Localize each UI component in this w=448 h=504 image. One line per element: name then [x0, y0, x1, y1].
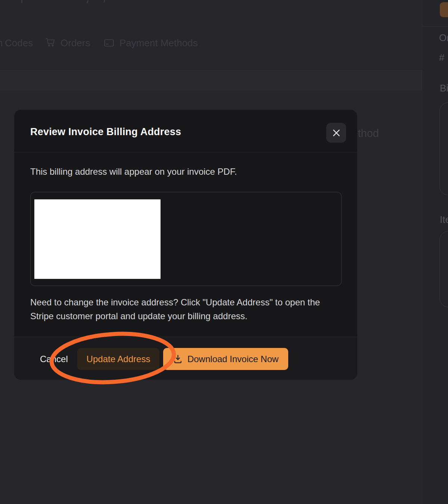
billing-label-fragment: Bil: [440, 83, 448, 94]
billing-card-fragment: [439, 102, 448, 195]
download-invoice-button[interactable]: Download Invoice Now: [163, 348, 288, 370]
right-panel: Or # Bil Ite: [422, 0, 448, 504]
items-label-fragment: Ite: [440, 214, 448, 225]
clipped-heading-fragment: [103, 0, 105, 3]
page-root: { "background": { "clipped_tab_prefix": …: [0, 0, 448, 504]
billing-address-preview-box: [30, 192, 342, 286]
dialog-footer: Cancel Update Address Download Invoice N…: [14, 337, 357, 380]
tab-fragment: n: [0, 37, 3, 49]
order-number-fragment: #: [439, 52, 444, 63]
tab-payment-methods[interactable]: Payment Methods: [119, 37, 198, 49]
cancel-button[interactable]: Cancel: [36, 348, 72, 370]
download-icon: [173, 354, 183, 364]
dialog-intro-text: This billing address will appear on your…: [30, 167, 237, 177]
background-divider-band: [0, 70, 422, 90]
review-invoice-billing-address-dialog: Review Invoice Billing Address This bill…: [14, 110, 357, 380]
items-card-fragment: [439, 231, 448, 307]
right-panel-divider: [422, 26, 448, 27]
clipped-heading-fragment: [87, 0, 89, 3]
download-button-label: Download Invoice Now: [187, 354, 279, 364]
dialog-header: Review Invoice Billing Address: [14, 110, 357, 152]
tab-codes[interactable]: Codes: [5, 37, 33, 49]
dialog-title: Review Invoice Billing Address: [30, 126, 181, 138]
order-label-fragment: Or: [439, 32, 448, 44]
clipped-heading-fragment: [21, 0, 22, 3]
credit-card-icon: [103, 37, 115, 49]
close-icon: [332, 128, 341, 138]
dialog-note-text: Need to change the invoice address? Clic…: [30, 295, 344, 323]
clipped-button-fragment: [440, 2, 448, 17]
tab-orders[interactable]: Orders: [60, 37, 90, 49]
redacted-address-block: [34, 199, 161, 279]
update-address-button[interactable]: Update Address: [77, 348, 159, 370]
close-button[interactable]: [326, 123, 346, 143]
cart-icon: [45, 37, 56, 48]
